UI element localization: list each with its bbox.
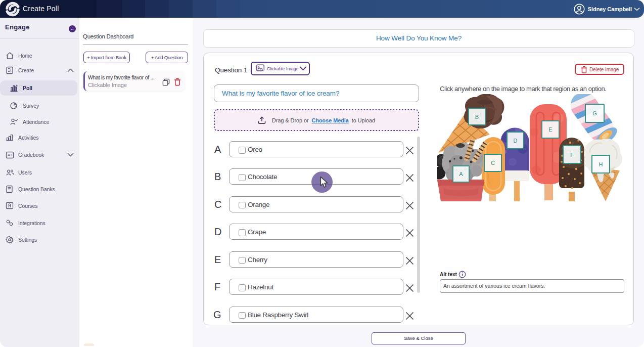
svg-text:A+: A+ xyxy=(8,153,13,157)
